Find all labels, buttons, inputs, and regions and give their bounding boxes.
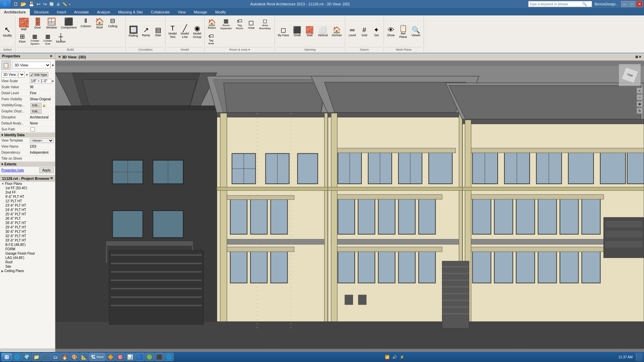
edit-type-button[interactable]: 🖊 Edit Type xyxy=(29,72,48,77)
taskbar-chrome-btn[interactable]: 🌍 xyxy=(22,353,31,361)
maximize-button[interactable]: □ xyxy=(629,1,635,7)
browser-close-btn[interactable]: ✕ xyxy=(50,176,53,180)
floor-plan-29-6[interactable]: 29'-6" PLT HT xyxy=(0,225,55,229)
taskbar-clock[interactable]: 11:37 AM xyxy=(616,355,635,359)
taskbar-media-btn[interactable]: 🎵 xyxy=(42,353,51,361)
qat-sync-btn[interactable]: 🔄 xyxy=(49,2,55,7)
taskbar-revit-btn[interactable]: 🏗 Revit xyxy=(89,353,105,361)
view-type-select[interactable]: 3D View: {3D} xyxy=(1,72,25,77)
floor-plan-32-6[interactable]: 32'-6" PLT HT xyxy=(0,234,55,238)
ceiling-button[interactable]: ⊟ Ceiling xyxy=(106,17,119,29)
column-button[interactable]: Ⅱ Column xyxy=(79,17,93,29)
taskbar-app6-btn[interactable]: ⬛ xyxy=(155,353,164,361)
taskbar-files-btn[interactable]: 🗂 xyxy=(51,353,59,361)
properties-close-btn[interactable]: ✕ xyxy=(49,54,53,58)
pan-btn[interactable]: ✥ xyxy=(637,101,643,107)
taskbar-autocad-btn[interactable]: 📐 xyxy=(80,353,89,361)
floor-plan-9-6[interactable]: 9'-6" PLT HT xyxy=(0,195,55,199)
shaft-button[interactable]: ⬛ Shaft xyxy=(291,25,303,38)
component-button[interactable]: ⬛ Component xyxy=(59,17,79,30)
view-close-icon[interactable]: ✕ xyxy=(639,55,641,59)
floor-button[interactable]: ⊞ Floor xyxy=(17,33,28,45)
qat-save-btn[interactable]: 💾 xyxy=(28,1,35,7)
model-text-button[interactable]: T ModelText xyxy=(167,23,179,40)
wall-button[interactable]: 🧱 Wall xyxy=(17,17,31,32)
room-button[interactable]: 🏠 Room xyxy=(206,18,218,31)
tab-modify[interactable]: Modify xyxy=(211,9,230,15)
floor-plan-30-6[interactable]: 30'-6" PLT HT xyxy=(0,229,55,234)
qat-measure-btn[interactable]: 📏 xyxy=(62,2,68,7)
tab-structure[interactable]: Structure xyxy=(30,9,53,15)
view-dropdown-arrow[interactable]: ▾ xyxy=(26,73,28,76)
search-box[interactable]: 🔍 xyxy=(528,1,592,7)
graphic-disp-edit-btn[interactable]: Edit... xyxy=(31,109,42,114)
tab-insert[interactable]: Insert xyxy=(53,9,70,15)
ramp-button[interactable]: ↗ Ramp xyxy=(140,25,152,38)
floor-plan-site[interactable]: Site xyxy=(0,264,55,269)
taskbar-ie2-btn[interactable]: 🌐 xyxy=(164,353,174,361)
orbit-btn[interactable]: ↻ xyxy=(637,108,643,114)
floor-plan-1st-ff[interactable]: 1st FF (50.40') xyxy=(0,186,55,190)
opening-wall-button[interactable]: 🧱 Wall xyxy=(304,25,315,38)
stair-button[interactable]: ▤ Stair xyxy=(152,25,164,38)
qat-undo-btn[interactable]: ↩ xyxy=(36,1,41,7)
taskbar-app2-btn[interactable]: 🎯 xyxy=(116,353,125,361)
close-button[interactable]: ✕ xyxy=(636,1,643,7)
floor-plan-bfe[interactable]: B.F.E.(48.80') xyxy=(0,243,55,247)
floor-plan-33-6[interactable]: 33'-6" PLT HT xyxy=(0,238,55,243)
show-button[interactable]: 👁 Show xyxy=(385,25,397,38)
view-scale-input[interactable] xyxy=(30,79,52,83)
floor-plan-form[interactable]: FORM xyxy=(0,247,55,251)
view-cube[interactable]: TOP xyxy=(619,64,641,86)
door-button[interactable]: 🚪 Door xyxy=(32,17,44,30)
taskbar-ps-btn[interactable]: 🎨 xyxy=(70,353,79,361)
zoom-in-btn[interactable]: + xyxy=(637,88,643,94)
tab-architecture[interactable]: Architecture xyxy=(0,9,30,15)
area-button[interactable]: ◻ Area xyxy=(246,18,257,31)
level-button[interactable]: ═ Level xyxy=(347,25,358,38)
tag-room-button[interactable]: 🏷 TagRoom xyxy=(234,17,245,31)
viewer-button[interactable]: 🔍 Viewer xyxy=(410,25,422,38)
apply-button[interactable]: Apply xyxy=(39,167,54,173)
ref-plane-button[interactable]: 📋 RefPlane xyxy=(397,23,409,40)
taskbar-firefox-btn[interactable]: 🔥 xyxy=(60,353,69,361)
tab-analyze[interactable]: Analyze xyxy=(93,9,114,15)
area-boundary-button[interactable]: ◻ AreaBoundary xyxy=(258,17,273,31)
roof-button[interactable]: 🏠 Roof xyxy=(93,17,106,30)
props-help-link[interactable]: Properties help xyxy=(1,168,24,172)
viewport-canvas[interactable]: TOP + − ✥ ↻ xyxy=(55,61,644,354)
tab-view[interactable]: View xyxy=(174,9,190,15)
grid-button[interactable]: # Grid xyxy=(359,25,370,38)
search-icon[interactable]: 🔍 xyxy=(582,2,587,6)
floor-plan-roof[interactable]: Roof xyxy=(0,260,55,264)
taskbar-app3-btn[interactable]: 📊 xyxy=(126,353,135,361)
tab-manage[interactable]: Manage xyxy=(190,9,211,15)
sun-path-checkbox[interactable] xyxy=(31,127,35,132)
visibility-edit-btn[interactable]: Edit... xyxy=(31,103,42,108)
vertical-button[interactable]: ⬜ Vertical xyxy=(316,25,330,38)
floor-plan-garage[interactable]: Garage Finish Floor xyxy=(0,251,55,256)
taskbar-app5-btn[interactable]: 🟢 xyxy=(145,353,154,361)
floor-plan-28-6[interactable]: 28'-6" PLT HT xyxy=(0,221,55,225)
view-tab-close-icon[interactable]: ✕ xyxy=(58,55,61,59)
qat-open-btn[interactable]: 📂 xyxy=(20,1,27,7)
model-line-button[interactable]: ╱ ModelLine xyxy=(179,23,191,40)
identity-data-section[interactable]: ▾ Identity Data xyxy=(0,133,55,138)
floor-plan-25-6[interactable]: 25'-6" PLT HT xyxy=(0,212,55,216)
qat-print-btn[interactable]: 🖨 xyxy=(56,2,61,6)
by-face-button[interactable]: ◻ By Face xyxy=(276,25,291,38)
taskbar-app1-btn[interactable]: 🔶 xyxy=(106,353,115,361)
mullion-button[interactable]: ┼ Mullion xyxy=(54,33,67,45)
room-separator-button[interactable]: ▦ RoomSeparator xyxy=(218,17,234,31)
type-dropdown[interactable]: 3D View xyxy=(12,62,51,68)
qat-redo-btn[interactable]: ↪ xyxy=(42,1,48,7)
floor-plans-category[interactable]: ▼ Floor Plans xyxy=(0,182,55,186)
floor-plan-26-6[interactable]: 26'-6" PLT xyxy=(0,216,55,221)
view-float-icon[interactable]: ⊞ xyxy=(635,55,638,59)
show-desktop-btn[interactable] xyxy=(636,353,643,361)
view-template-select[interactable]: <None> xyxy=(30,138,54,143)
model-group-button[interactable]: ◉ ModelGroup xyxy=(191,23,203,40)
railing-button[interactable]: 🔲 Railing xyxy=(127,25,140,38)
view-scale-arrow[interactable]: ▾ xyxy=(52,80,54,83)
taskbar-ie-btn[interactable]: 🌐 xyxy=(12,353,21,361)
